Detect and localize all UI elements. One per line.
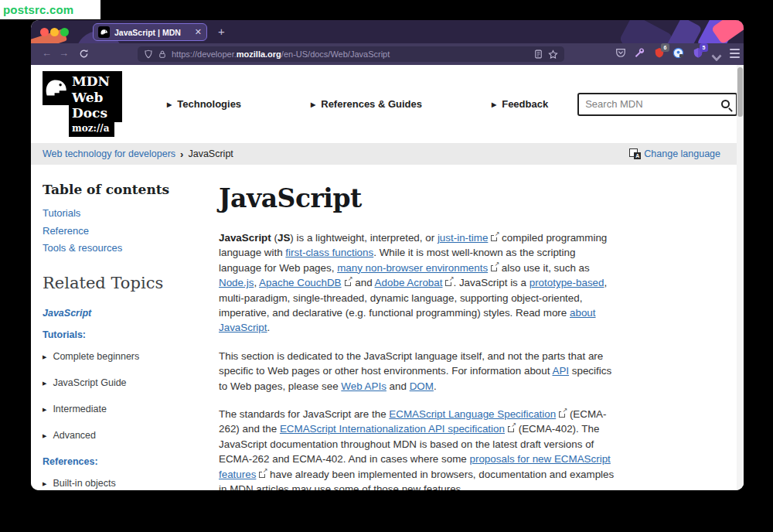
bookmark-star-icon[interactable]	[548, 49, 558, 60]
tab-title: JavaScript | MDN	[114, 28, 190, 37]
navigation-toolbar: https://developer.mozilla.org/en-US/docs…	[31, 43, 744, 65]
article-link[interactable]: Apache CouchDB	[259, 277, 341, 288]
mdn-header: MDN Web Docs moz://a Technologies Refere…	[31, 65, 744, 143]
nav-item-technologies[interactable]: Technologies	[167, 98, 241, 110]
sidebar-link-tools-resources[interactable]: Tools & resources	[43, 242, 219, 254]
external-link-icon	[508, 426, 514, 432]
article-link[interactable]: API	[552, 365, 569, 377]
search-input[interactable]	[585, 98, 721, 110]
article-link[interactable]: proposals for new ECMAScript features	[219, 453, 611, 479]
external-link-icon	[491, 235, 497, 241]
article: JavaScript JavaScript (JS) is a lightwei…	[219, 182, 616, 490]
main-area: Table of contents Tutorials Reference To…	[31, 165, 744, 490]
breadcrumb-parent-link[interactable]: Web technology for developers	[43, 148, 175, 159]
article-link[interactable]: Adobe Acrobat	[375, 277, 443, 288]
hamburger-menu-icon[interactable]	[730, 49, 740, 54]
extension-badge: 6	[661, 43, 669, 52]
sidebar-group-references[interactable]: References:	[43, 456, 219, 467]
article-link[interactable]: about JavaScript	[219, 307, 596, 333]
window-zoom-button[interactable]	[60, 28, 69, 36]
address-text: https://developer.mozilla.org/en-US/docs…	[172, 49, 529, 59]
mdn-dino-icon	[43, 71, 69, 105]
logo-title: MDN Web Docs	[69, 71, 122, 122]
reload-icon	[79, 49, 89, 59]
theme-artwork	[666, 20, 702, 43]
window-minimize-button[interactable]	[50, 28, 59, 36]
sidebar-link-reference[interactable]: Reference	[43, 225, 219, 237]
search-box[interactable]	[577, 93, 737, 116]
article-link[interactable]: prototype-based	[530, 277, 604, 288]
external-link-icon	[445, 280, 451, 286]
logo-subtitle: moz://a	[69, 122, 114, 136]
sidebar-item-javascript[interactable]: JavaScript	[43, 308, 219, 319]
article-link[interactable]: just-in-time	[438, 232, 488, 244]
url-path: /en-US/docs/Web/JavaScript	[281, 49, 390, 59]
theme-artwork	[618, 20, 674, 43]
reload-button[interactable]	[79, 49, 89, 60]
url-prefix: https://developer.	[172, 49, 237, 59]
article-paragraph: JavaScript (JS) is a lightweight, interp…	[219, 230, 616, 336]
sidebar-item-intermediate[interactable]: Intermediate	[43, 404, 219, 414]
mdn-logo[interactable]: MDN Web Docs moz://a	[43, 71, 122, 137]
related-topics-title: Related Topics	[43, 274, 219, 292]
sidebar-item-built-in-objects[interactable]: Built-in objects	[43, 478, 219, 489]
breadcrumb-current: JavaScript	[188, 148, 233, 159]
back-button[interactable]	[42, 48, 52, 58]
external-link-icon	[345, 280, 351, 286]
window-close-button[interactable]	[40, 28, 49, 36]
nav-item-feedback[interactable]: Feedback	[492, 98, 548, 110]
sidebar: Table of contents Tutorials Reference To…	[43, 182, 219, 490]
change-language-label: Change language	[644, 148, 720, 159]
article-link[interactable]: first-class functions	[285, 247, 373, 258]
mdn-nav: Technologies References & Guides Feedbac…	[167, 98, 548, 110]
scrollbar-thumb[interactable]	[737, 67, 743, 117]
sidebar-group-tutorials[interactable]: Tutorials:	[43, 329, 219, 340]
privacy-extension-icon[interactable]: 5	[693, 47, 703, 58]
external-link-icon	[559, 411, 565, 418]
browser-window: JavaScript | MDN https://developer.mozil…	[31, 20, 744, 490]
mdn-favicon-icon	[98, 26, 110, 38]
article-link[interactable]: DOM	[410, 380, 434, 392]
article-link[interactable]: many non-browser environments	[337, 262, 488, 274]
tracking-shield-icon[interactable]	[144, 49, 153, 59]
reader-view-icon[interactable]	[534, 49, 543, 59]
sidebar-item-complete-beginners[interactable]: Complete beginners	[43, 351, 219, 362]
password-manager-icon[interactable]	[673, 47, 684, 62]
sidebar-item-advanced[interactable]: Advanced	[43, 430, 219, 441]
external-link-icon	[491, 265, 497, 271]
wrench-icon[interactable]	[634, 47, 645, 61]
change-language-button[interactable]: Change language	[629, 148, 720, 159]
article-link[interactable]: ECMAScript Language Specification	[389, 408, 556, 420]
sidebar-link-tutorials[interactable]: Tutorials	[43, 207, 219, 219]
page-title: JavaScript	[219, 183, 616, 213]
pocket-icon[interactable]	[615, 47, 626, 61]
watermark: postsrc.com	[0, 0, 100, 19]
tab-bar: JavaScript | MDN	[31, 20, 744, 43]
page-content: MDN Web Docs moz://a Technologies Refere…	[31, 65, 744, 490]
lock-icon	[158, 49, 166, 59]
adblock-extension-icon[interactable]: 6	[654, 47, 665, 58]
bold-text: JavaScript	[219, 232, 271, 244]
breadcrumb-separator-icon	[180, 148, 183, 160]
url-bar[interactable]: https://developer.mozilla.org/en-US/docs…	[138, 46, 564, 62]
article-link[interactable]: ECMAScript Internationalization API spec…	[280, 423, 505, 435]
nav-item-references-guides[interactable]: References & Guides	[311, 98, 422, 110]
scrollbar-track[interactable]	[737, 65, 744, 490]
article-paragraph: The standards for JavaScript are the ECM…	[219, 407, 616, 490]
sidebar-item-javascript-guide[interactable]: JavaScript Guide	[43, 377, 219, 388]
url-domain: mozilla.org	[237, 49, 281, 59]
extension-badge: 5	[700, 43, 708, 52]
article-link[interactable]: Node.js	[219, 277, 254, 288]
article-link[interactable]: Web APIs	[341, 380, 386, 392]
article-paragraph: This section is dedicated to the JavaScr…	[219, 349, 616, 394]
tab-close-icon[interactable]	[195, 28, 202, 36]
bold-text: JS	[278, 232, 290, 244]
new-tab-button[interactable]	[218, 25, 225, 38]
external-link-icon	[259, 472, 265, 478]
toc-title: Table of contents	[43, 182, 219, 197]
forward-button[interactable]	[59, 48, 69, 58]
search-icon[interactable]	[721, 100, 730, 108]
translate-icon	[629, 148, 641, 159]
browser-tab[interactable]: JavaScript | MDN	[93, 23, 207, 41]
downloads-chevron-icon[interactable]	[711, 50, 722, 64]
